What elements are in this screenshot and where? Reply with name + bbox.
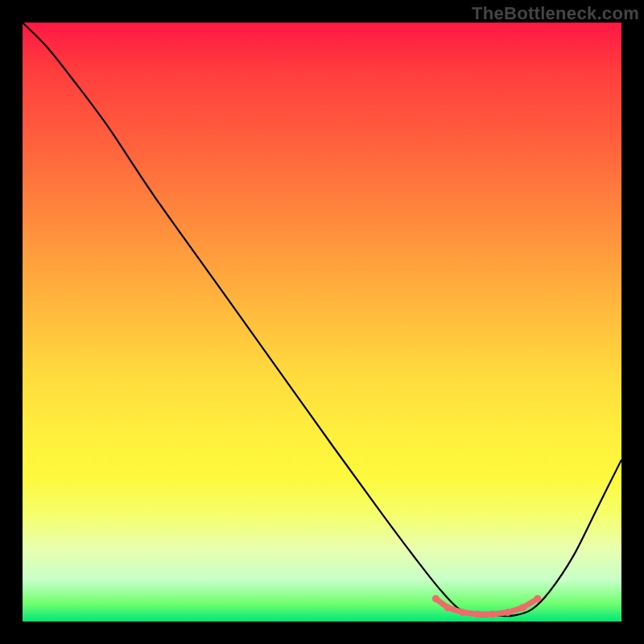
chart-svg [23,23,621,621]
optimal-zone-dot [444,604,452,611]
optimal-zone-dot [504,609,511,616]
optimal-zone-dot [489,611,497,618]
optimal-zone-dot [432,595,440,602]
optimal-zone-dot [519,604,526,611]
chart-frame: TheBottleneck.com [0,0,644,644]
optimal-zone-dot [474,611,481,618]
watermark-text: TheBottleneck.com [472,3,639,24]
optimal-zone-dot [459,609,466,616]
bottleneck-curve-line [23,23,621,616]
plot-area [23,23,621,621]
optimal-zone-dot [534,595,541,602]
